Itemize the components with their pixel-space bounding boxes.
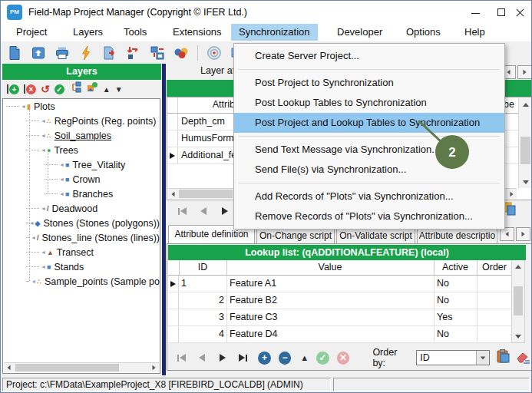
- tree-item[interactable]: ◄●Trees: [3, 143, 160, 157]
- delete-record-icon[interactable]: −: [279, 352, 292, 365]
- undo-icon[interactable]: ↺: [41, 84, 50, 94]
- open-project-icon[interactable]: [29, 45, 48, 61]
- hierarchy-icon[interactable]: [69, 81, 81, 97]
- lookup-row[interactable]: 1Feature A1No: [168, 276, 512, 292]
- layer-arrow-icon: ◄: [41, 249, 46, 255]
- tab-on-change-script[interactable]: On-Change script: [256, 227, 335, 243]
- menu-separator: [239, 136, 500, 137]
- lookup-nav-first-button[interactable]: [174, 351, 190, 365]
- active-cell: No: [437, 295, 474, 305]
- attribute-name-cell: HumusForm: [181, 133, 234, 144]
- lookup-row[interactable]: 2Feature B2No: [168, 292, 512, 309]
- tab-on-validate-script[interactable]: On-Validate script: [336, 227, 415, 243]
- attr-nav-next-button[interactable]: [217, 204, 233, 218]
- tabs-scroll-right-button[interactable]: [516, 227, 530, 241]
- tree-item[interactable]: ◄■Crown: [3, 172, 160, 187]
- column-header-value: Value: [226, 262, 434, 272]
- import-data-icon[interactable]: [124, 45, 143, 61]
- layer-icon-points: ∴: [47, 132, 51, 140]
- menubar-item-tools[interactable]: Tools: [116, 24, 154, 41]
- row-gridline: [477, 309, 477, 325]
- menubar-item-extensions[interactable]: Extensions: [165, 24, 230, 41]
- tree-item[interactable]: ◄▮Plots: [3, 99, 160, 114]
- lookup-grid-vscrollbar[interactable]: [511, 260, 525, 343]
- print-icon[interactable]: [53, 45, 71, 61]
- attr-nav-first-button[interactable]: [174, 204, 190, 218]
- tree-item[interactable]: ◄◆Stones (Stones (polygons)): [3, 216, 160, 230]
- row-gridline: [226, 276, 227, 292]
- chevron-down-icon[interactable]: [476, 351, 489, 365]
- toolbar-separator: [197, 45, 198, 61]
- layer-arrow-icon: ◄: [59, 162, 64, 167]
- layer-arrow-icon: ◄: [41, 133, 46, 138]
- menu-item[interactable]: Post Lookup Tables to Synchronization: [234, 93, 504, 113]
- lookup-row[interactable]: 3Feature C3Yes: [168, 309, 512, 326]
- tree-item[interactable]: ◄/Deadwood: [3, 201, 160, 216]
- tree-item[interactable]: ◄∴Soil_samples: [3, 128, 160, 143]
- menubar-item-layers[interactable]: Layers: [65, 24, 111, 41]
- lookup-nav-prior-button[interactable]: [195, 351, 210, 365]
- add-layer-icon[interactable]: +: [7, 84, 19, 94]
- lookup-nav-last-button[interactable]: [236, 351, 251, 365]
- clear-icon[interactable]: [514, 348, 531, 367]
- menu-item[interactable]: Create Server Project...: [234, 46, 504, 66]
- paste-icon[interactable]: [495, 348, 511, 367]
- menubar-item-project[interactable]: Project: [8, 24, 55, 41]
- quick-run-icon[interactable]: [77, 45, 95, 61]
- export-project-icon[interactable]: [101, 45, 119, 61]
- tree-item[interactable]: ◄∴Sample_points (Sample po: [3, 274, 160, 289]
- move-up-icon[interactable]: ▲: [103, 85, 111, 94]
- lookup-nav-next-button[interactable]: [215, 351, 230, 365]
- edit-record-icon[interactable]: ▲: [300, 353, 309, 362]
- order-by-select[interactable]: ID: [416, 350, 490, 365]
- menu-item[interactable]: Send Text Message via Synchronization...: [234, 140, 504, 160]
- menubar-item-synchronization[interactable]: Synchronization: [231, 24, 318, 41]
- menu-item[interactable]: Post Project and Lookup Tables to Synchr…: [234, 113, 504, 133]
- header-gridline: [434, 260, 435, 275]
- layer-style-icon[interactable]: [86, 81, 98, 97]
- menu-item[interactable]: Add Records of "Plots" via Synchronizati…: [234, 187, 504, 206]
- menu-item[interactable]: Remove Records of "Plots" via Synchroniz…: [234, 206, 504, 226]
- tree-item-label: RegPoints (Reg. points): [55, 116, 157, 127]
- layer-arrow-icon: ◄: [31, 235, 36, 240]
- tree-item[interactable]: ◄■Branches: [3, 187, 160, 201]
- layers-toolbar: + × ↺ ✓ ▲ ▼: [2, 80, 161, 98]
- attr-next-button[interactable]: [517, 65, 532, 79]
- cancel-record-icon[interactable]: ✕: [337, 352, 350, 365]
- remove-layer-icon[interactable]: ×: [24, 84, 36, 94]
- insert-record-icon[interactable]: +: [258, 352, 271, 365]
- menubar-item-help[interactable]: Help: [457, 24, 493, 41]
- panel-splitter[interactable]: [162, 64, 166, 375]
- apply-icon[interactable]: ✓: [55, 84, 64, 94]
- close-button[interactable]: [510, 4, 530, 21]
- move-down-icon[interactable]: ▼: [115, 85, 123, 94]
- menu-item[interactable]: Post Project to Synchronization: [234, 73, 504, 93]
- attribute-grid-vscrollbar[interactable]: [518, 98, 531, 188]
- tree-item[interactable]: ◄/Stones_line (Stones (lines)): [3, 230, 160, 245]
- synchronization-menu: Create Server Project...Post Project to …: [233, 43, 505, 230]
- post-record-icon[interactable]: ✓: [316, 352, 329, 365]
- header-gridline: [477, 260, 477, 275]
- menu-separator: [239, 69, 500, 70]
- maximize-button[interactable]: [491, 4, 511, 21]
- lookup-row[interactable]: 4Feature D4No: [168, 326, 512, 343]
- tab-attribute-descriptio[interactable]: Attribute descriptio: [417, 227, 497, 243]
- tree-item[interactable]: ◄∴RegPoints (Reg. points): [3, 114, 160, 128]
- minimize-button[interactable]: [466, 4, 486, 21]
- menu-item[interactable]: Send File(s) via Synchronization...: [234, 160, 504, 180]
- tree-horizontal-scrollbar[interactable]: [4, 362, 159, 372]
- menubar-item-developer[interactable]: Developer: [329, 24, 390, 41]
- target-icon[interactable]: [205, 45, 223, 61]
- id-cell: 1: [181, 278, 224, 289]
- menubar-item-options[interactable]: Options: [398, 24, 448, 41]
- layer-symbols-icon[interactable]: [172, 45, 190, 61]
- tree-item-label: Trees: [54, 145, 78, 156]
- layer-arrow-icon: ◄: [41, 147, 46, 153]
- tree-connector: [26, 150, 39, 150]
- copy-structure-icon[interactable]: [148, 45, 167, 61]
- tree-item[interactable]: ◄▲Transect: [3, 245, 160, 259]
- tree-item[interactable]: ◄■Tree_Vitality: [3, 157, 160, 172]
- new-project-icon[interactable]: [5, 45, 24, 61]
- tree-item[interactable]: ◄■Stands: [3, 259, 160, 274]
- attr-nav-prior-button[interactable]: [196, 204, 211, 218]
